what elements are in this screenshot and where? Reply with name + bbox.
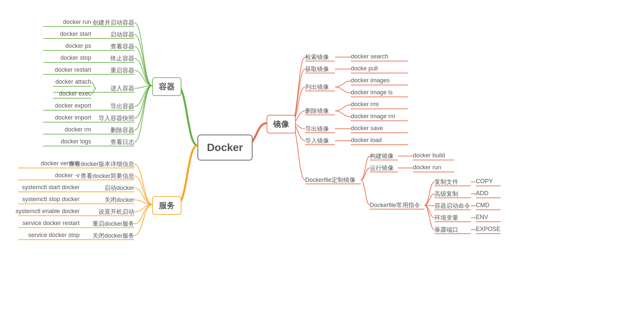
container-desc-3: 终止容器 bbox=[110, 54, 134, 62]
container-cmd-9: docker logs bbox=[61, 138, 91, 145]
service-desc-6: 关闭docker服务 bbox=[93, 232, 134, 240]
image-desc-5: 导入镜像 bbox=[305, 137, 329, 145]
container-desc-8: 删除容器 bbox=[110, 126, 134, 134]
dockerfile-cmd-1: docker run bbox=[413, 164, 441, 171]
branch-container: 容器 bbox=[152, 77, 181, 96]
container-cmd-5a: docker attach bbox=[55, 78, 91, 85]
service-desc-5: 重启docker服务 bbox=[93, 220, 134, 228]
container-cmd-3: docker stop bbox=[60, 54, 91, 61]
service-desc-4: 设置开机启动 bbox=[98, 208, 134, 216]
image-desc-1: 获取镜像 bbox=[305, 65, 329, 73]
container-desc-6: 导出容器 bbox=[110, 102, 134, 110]
container-desc-5: 进入容器 bbox=[110, 84, 134, 92]
container-cmd-1: docker start bbox=[60, 31, 91, 38]
image-desc-0: 检索镜像 bbox=[305, 53, 329, 61]
container-cmd-0: docker run bbox=[63, 19, 91, 26]
dockerfile-desc-0: 构建镜像 bbox=[370, 152, 394, 160]
container-cmd-4: docker restart bbox=[55, 66, 91, 73]
container-desc-9: 查看日志 bbox=[110, 138, 134, 146]
service-cmd-4: systemctl enable docker bbox=[16, 208, 80, 215]
instr-cmd-3: ENV bbox=[476, 214, 488, 221]
container-desc-4: 重启容器 bbox=[110, 66, 134, 74]
service-cmd-1: docker -v bbox=[55, 172, 80, 179]
container-desc-0: 创建并启动容器 bbox=[93, 19, 134, 27]
image-cmd-3b: docker image rm bbox=[351, 113, 395, 120]
container-cmd-8: docker rm bbox=[65, 126, 91, 133]
image-cmd-4: docker save bbox=[351, 125, 383, 132]
service-cmd-3: systemctl stop docker bbox=[22, 196, 80, 203]
image-desc-3: 删除镜像 bbox=[305, 107, 329, 115]
instr-cmd-4: EXPOSE bbox=[476, 226, 500, 233]
dockerfile-desc-1: 运行镜像 bbox=[370, 164, 394, 172]
service-cmd-2: systemctl start docker bbox=[22, 184, 80, 191]
container-cmd-7: docker import bbox=[55, 114, 91, 121]
instr-cmd-2: CMD bbox=[476, 202, 489, 209]
branch-service: 服务 bbox=[152, 196, 181, 215]
image-cmd-3a: docker rmi bbox=[351, 101, 379, 108]
instr-desc-3: 环境变量 bbox=[434, 214, 458, 222]
branch-dockerfile: Dockerfile定制镜像 bbox=[305, 176, 355, 184]
container-cmd-5b: docker exec bbox=[59, 90, 91, 97]
container-cmd-2: docker ps bbox=[65, 42, 91, 49]
service-cmd-0: docker version bbox=[41, 160, 80, 167]
container-desc-2: 查看容器 bbox=[110, 42, 134, 50]
image-desc-4: 导出镜像 bbox=[305, 125, 329, 133]
container-cmd-6: docker export bbox=[55, 102, 91, 109]
instr-desc-2: 容器启动命令 bbox=[434, 202, 470, 210]
instr-desc-4: 暴露端口 bbox=[434, 226, 458, 234]
instr-cmd-1: ADD bbox=[476, 190, 488, 197]
service-cmd-6: service docker stop bbox=[28, 232, 80, 239]
image-cmd-0: docker search bbox=[351, 53, 388, 60]
container-desc-7: 导入容器快照 bbox=[98, 114, 134, 122]
image-desc-2: 列出镜像 bbox=[305, 83, 329, 91]
dockerfile-cmd-0: docker build bbox=[413, 152, 445, 159]
image-cmd-2b: docker image ls bbox=[351, 89, 393, 96]
branch-instructions: Dockerfile常用指令 bbox=[370, 201, 420, 209]
service-desc-2: 启动docker bbox=[104, 184, 134, 192]
image-cmd-5: docker load bbox=[351, 137, 382, 144]
image-cmd-1: docke pull bbox=[351, 65, 378, 72]
image-cmd-2a: docker images bbox=[351, 77, 390, 84]
branch-image: 镜像 bbox=[267, 115, 296, 133]
root-docker: Docker bbox=[197, 134, 253, 161]
instr-desc-1: 高级复制 bbox=[434, 190, 458, 198]
service-desc-1: 查看docker简要信息 bbox=[81, 172, 134, 180]
container-desc-1: 启动容器 bbox=[110, 31, 134, 39]
instr-desc-0: 复制文件 bbox=[434, 178, 458, 186]
instr-cmd-0: COPY bbox=[476, 178, 493, 185]
service-desc-3: 关闭docker bbox=[104, 196, 134, 204]
service-cmd-5: service docker restart bbox=[23, 220, 80, 227]
